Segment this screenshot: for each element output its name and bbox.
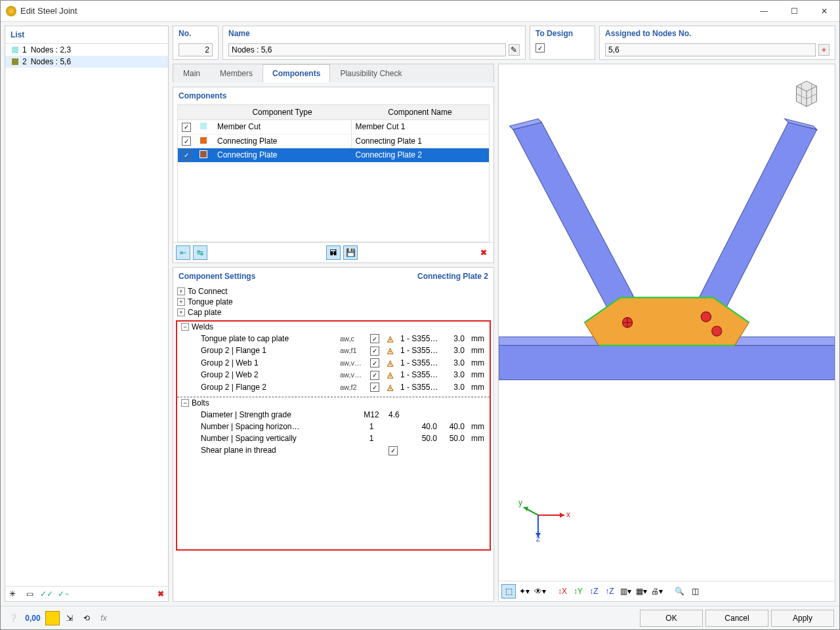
- view-split-icon[interactable]: ◫: [688, 584, 702, 598]
- row-checkbox[interactable]: [182, 151, 191, 160]
- row-checkbox[interactable]: [182, 123, 191, 132]
- orientation-icon[interactable]: ⇲: [62, 611, 77, 625]
- comp-savecam-icon[interactable]: 🖬: [326, 245, 341, 260]
- group-cap-plate[interactable]: +Cap plate: [173, 307, 494, 318]
- bolt-row[interactable]: Number | Spacing vertically150.050.0mm: [178, 433, 488, 444]
- view-section-icon[interactable]: ▥▾: [618, 584, 633, 598]
- comp-moveup-icon[interactable]: ⇤: [176, 245, 190, 260]
- weld-row[interactable]: Tongue plate to cap plateaw,c◬1 - S355…3…: [178, 333, 488, 345]
- component-row[interactable]: Member Cut Member Cut 1: [178, 120, 489, 135]
- view-x-icon[interactable]: ↕X: [555, 584, 570, 598]
- tab-components[interactable]: Components: [262, 64, 330, 83]
- component-settings: Component Settings Connecting Plate 2 +T…: [173, 267, 494, 602]
- no-input[interactable]: [178, 43, 213, 56]
- bolt-row[interactable]: Shear plane in thread: [178, 445, 488, 456]
- help-icon[interactable]: ❔: [6, 611, 20, 625]
- edit-name-icon[interactable]: ✎: [509, 44, 520, 56]
- svg-marker-3: [513, 122, 642, 319]
- detail-pane: No. Name ✎ To Design Assigned to Nodes N…: [173, 26, 835, 602]
- ok-button[interactable]: OK: [640, 610, 703, 627]
- list-toolbar: ✳ ▭ ✓✓ ✓− ✖: [5, 586, 168, 601]
- top-fields: No. Name ✎ To Design Assigned to Nodes N…: [173, 26, 835, 60]
- weld-type-icon: ◬: [387, 370, 393, 379]
- weld-checkbox[interactable]: [370, 371, 379, 380]
- component-row[interactable]: Connecting Plate Connecting Plate 1: [178, 135, 489, 149]
- group-tongue-plate[interactable]: +Tongue plate: [173, 297, 494, 307]
- tab-main[interactable]: Main: [173, 64, 210, 83]
- view-select-icon[interactable]: ⬚: [501, 584, 516, 598]
- component-row-selected[interactable]: Connecting Plate Connecting Plate 2: [178, 148, 489, 163]
- weld-checkbox[interactable]: [370, 334, 379, 343]
- bolt-row[interactable]: Diameter | Strength gradeM124.6: [178, 410, 488, 420]
- tab-plausibility[interactable]: Plausibility Check: [330, 64, 411, 83]
- view-iso-icon[interactable]: ▦▾: [634, 584, 648, 598]
- fx-icon[interactable]: fx: [96, 611, 111, 625]
- weld-row[interactable]: Group 2 | Web 1aw,v…◬1 - S355…3.0mm: [178, 358, 488, 369]
- row-checkbox[interactable]: [182, 136, 191, 146]
- bolt-checkbox[interactable]: [388, 446, 398, 455]
- tabbar: Main Members Components Plausibility Che…: [173, 64, 494, 83]
- weld-type-icon: ◬: [387, 358, 393, 368]
- group-welds[interactable]: −Welds: [177, 322, 490, 332]
- color-swatch: [200, 137, 207, 144]
- group-bolts[interactable]: −Bolts: [177, 398, 490, 408]
- bolt-row[interactable]: Number | Spacing horizon…140.040.0mm: [178, 421, 488, 432]
- titlebar: Edit Steel Joint — ☐ ✕: [1, 1, 839, 22]
- view-axis-icon[interactable]: ✦▾: [517, 584, 532, 598]
- close-button[interactable]: ✕: [809, 1, 839, 22]
- weld-row[interactable]: Group 2 | Web 2aw,v…◬1 - S355…3.0mm: [178, 369, 488, 381]
- todesign-checkbox[interactable]: [536, 43, 545, 52]
- assigned-input[interactable]: [605, 43, 816, 56]
- bolts-table: Diameter | Strength gradeM124.6Number | …: [177, 408, 490, 457]
- units-icon[interactable]: 0,00: [23, 611, 43, 625]
- components-head: Component Type Component Name: [178, 105, 489, 120]
- minimize-button[interactable]: —: [749, 1, 779, 22]
- weld-row[interactable]: Group 2 | Flange 1aw,f1◬1 - S355…3.0mm: [178, 345, 488, 356]
- view-display-icon[interactable]: 👁▾: [533, 584, 547, 598]
- list-row-1[interactable]: 1 Nodes : 2,3: [5, 44, 168, 56]
- orientation-cube-icon[interactable]: [788, 74, 826, 112]
- group-to-connect[interactable]: +To Connect: [173, 286, 494, 297]
- color-icon[interactable]: [45, 611, 60, 625]
- comp-savefile-icon[interactable]: 💾: [343, 245, 358, 260]
- app-icon: [6, 6, 16, 16]
- color-swatch: [200, 151, 207, 158]
- left-mid: Main Members Components Plausibility Che…: [173, 64, 494, 602]
- list-delete-icon[interactable]: ✖: [154, 587, 168, 601]
- 3d-viewport[interactable]: x y z: [499, 64, 835, 581]
- weld-checkbox[interactable]: [370, 346, 379, 356]
- name-input[interactable]: [228, 43, 506, 56]
- tab-members[interactable]: Members: [210, 64, 262, 83]
- list-row-2[interactable]: 2 Nodes : 5,6: [5, 56, 168, 68]
- name-field: Name ✎: [222, 26, 526, 60]
- comp-movedown-icon[interactable]: ↹: [193, 245, 207, 260]
- axis-triad-icon: x y z: [518, 489, 571, 541]
- list-new-icon[interactable]: ✳: [5, 587, 20, 601]
- view-z-icon[interactable]: ↕Z: [587, 584, 601, 598]
- list-checkall-icon[interactable]: ✓✓: [39, 587, 54, 601]
- dialog-body: List 1 Nodes : 2,3 2 Nodes : 5,6 ✳ ▭ ✓✓: [1, 22, 839, 606]
- view-zneg-icon[interactable]: ↑Z: [602, 584, 617, 598]
- weld-checkbox[interactable]: [370, 383, 379, 392]
- list-window-icon[interactable]: ▭: [22, 587, 37, 601]
- view-y-icon[interactable]: ↕Y: [571, 584, 585, 598]
- pick-nodes-icon[interactable]: ⌖: [818, 44, 830, 56]
- weld-checkbox[interactable]: [370, 358, 379, 368]
- weld-row[interactable]: Group 2 | Flange 2aw,f2◬1 - S355…3.0mm: [178, 382, 488, 393]
- comp-delete-icon[interactable]: ✖: [476, 245, 491, 260]
- view-print-icon[interactable]: 🖨▾: [650, 584, 664, 598]
- apply-button[interactable]: Apply: [771, 610, 834, 627]
- sync-icon[interactable]: ⟲: [79, 611, 94, 625]
- list-uncheckall-icon[interactable]: ✓−: [56, 587, 71, 601]
- components-panel: Components Component Type Component Name…: [173, 87, 494, 263]
- svg-text:x: x: [566, 510, 570, 519]
- cancel-button[interactable]: Cancel: [705, 610, 768, 627]
- mid-area: Main Members Components Plausibility Che…: [173, 64, 835, 602]
- list-swatch: [12, 47, 18, 53]
- svg-point-12: [712, 326, 722, 336]
- list-swatch: [12, 58, 18, 65]
- svg-marker-1: [499, 344, 835, 379]
- maximize-button[interactable]: ☐: [779, 1, 809, 22]
- view-find-icon[interactable]: 🔍: [672, 584, 686, 598]
- svg-text:y: y: [518, 498, 522, 507]
